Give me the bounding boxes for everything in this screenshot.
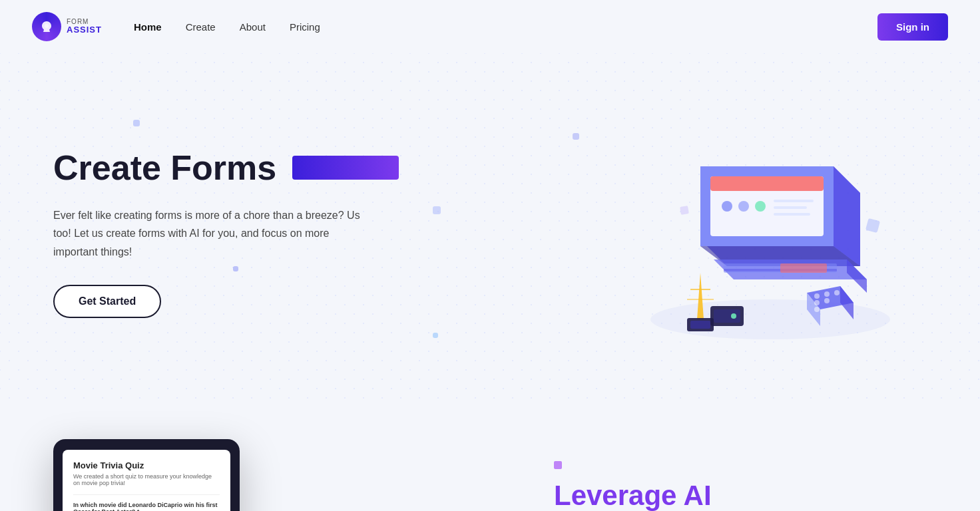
svg-point-1 xyxy=(650,299,890,339)
svg-point-23 xyxy=(834,290,840,295)
svg-point-0 xyxy=(45,24,49,28)
get-started-button[interactable]: Get Started xyxy=(53,285,161,318)
svg-point-6 xyxy=(755,201,766,212)
leverage-title-accent: AI xyxy=(684,480,712,511)
svg-rect-8 xyxy=(774,206,807,209)
svg-rect-9 xyxy=(774,213,810,216)
accent-square xyxy=(554,461,562,469)
hero-content: Create Forms Ever felt like creating for… xyxy=(53,148,399,318)
hero-title-text: Create Forms xyxy=(53,148,276,188)
tablet-divider-1 xyxy=(73,494,220,495)
nav-left: FORM ASSIST Home Create About Pricing xyxy=(32,12,320,41)
deco-sq-1 xyxy=(133,120,140,126)
logo-icon xyxy=(32,12,61,41)
logo-text: FORM ASSIST xyxy=(67,18,102,35)
svg-point-5 xyxy=(738,201,749,212)
svg-rect-12 xyxy=(780,263,827,273)
logo-assist-label: ASSIST xyxy=(67,25,102,35)
leverage-title: Leverage AI xyxy=(554,480,927,511)
svg-rect-17 xyxy=(690,321,710,329)
hero-illustration xyxy=(647,113,927,353)
svg-point-4 xyxy=(722,201,732,212)
nav-link-home[interactable]: Home xyxy=(134,21,162,33)
tablet-screen: Movie Trivia Quiz We created a short qui… xyxy=(63,450,230,511)
nav-link-create[interactable]: Create xyxy=(186,21,216,33)
signin-button[interactable]: Sign in xyxy=(877,13,948,41)
svg-point-26 xyxy=(814,307,820,312)
svg-rect-3 xyxy=(710,176,824,191)
tablet-quiz-title: Movie Trivia Quiz xyxy=(73,460,220,470)
iso-svg xyxy=(647,113,927,353)
tablet-outer: Movie Trivia Quiz We created a short qui… xyxy=(53,439,240,511)
deco-sq-4 xyxy=(433,333,438,338)
section2-text: Leverage AI Just share your requirements… xyxy=(554,461,927,511)
svg-rect-27 xyxy=(865,218,880,233)
deco-sq-5 xyxy=(573,133,579,140)
tablet-quiz-sub: We created a short quiz to measure your … xyxy=(73,473,220,486)
svg-point-25 xyxy=(824,298,830,303)
navbar: FORM ASSIST Home Create About Pricing Si… xyxy=(0,0,980,53)
tablet-mockup: Movie Trivia Quiz We created a short qui… xyxy=(53,439,266,511)
logo[interactable]: FORM ASSIST xyxy=(32,12,102,41)
nav-links: Home Create About Pricing xyxy=(134,21,320,33)
svg-point-21 xyxy=(814,293,820,299)
deco-sq-3 xyxy=(433,206,441,214)
tablet-question: In which movie did Leonardo DiCaprio win… xyxy=(73,502,220,511)
nav-link-about[interactable]: About xyxy=(240,21,266,33)
svg-rect-7 xyxy=(774,200,814,202)
hero-description: Ever felt like creating forms is more of… xyxy=(53,206,373,261)
hero-title: Create Forms xyxy=(53,148,399,188)
hero-title-highlight xyxy=(292,156,399,180)
svg-point-22 xyxy=(824,291,830,297)
hero-section: Create Forms Ever felt like creating for… xyxy=(0,53,980,399)
svg-marker-13 xyxy=(697,273,704,319)
leverage-title-normal: Leverage xyxy=(554,480,684,511)
section2: Movie Trivia Quiz We created a short qui… xyxy=(0,399,980,511)
svg-point-20 xyxy=(731,313,736,319)
nav-link-pricing[interactable]: Pricing xyxy=(290,21,320,33)
svg-rect-28 xyxy=(680,206,689,215)
svg-point-24 xyxy=(814,300,820,305)
